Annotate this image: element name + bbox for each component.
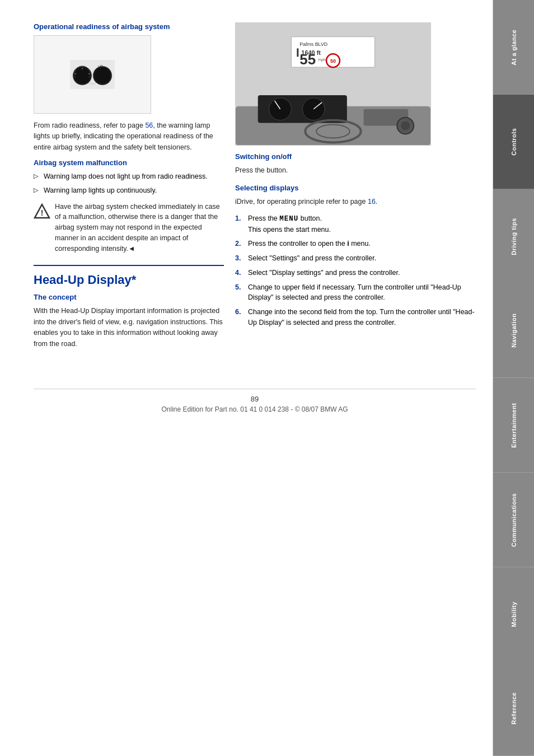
operational-readiness-text: From radio readiness, refer to page 56, … [34,120,224,153]
car-dashboard-image: Palms BLVD 1640 ft 55 mph 50 [235,22,431,146]
copyright-text: Online Edition for Part no. 01 41 0 014 … [34,405,476,413]
svg-point-36 [401,122,410,130]
step-1-text: Press the MENU button.This opens the sta… [248,213,331,235]
sidebar-tab-driving-tips[interactable]: Driving tips [493,189,534,284]
warning-text-content: Have the airbag system checked immediate… [55,202,224,254]
step-1: 1. Press the MENU button.This opens the … [235,213,476,235]
step-num-5: 5. [235,282,245,304]
step-3: 3. Select "Settings" and press the contr… [235,253,476,264]
sidebar-tab-mobility[interactable]: Mobility [493,567,534,662]
step-5-text: Change to upper field if necessary. Turn… [248,282,476,304]
warning-triangle-icon: ! [34,203,50,220]
concept-text: With the Head-Up Display important infor… [34,306,224,349]
selecting-heading: Selecting displays [235,184,476,192]
switching-text: Press the button. [235,165,476,176]
sidebar-tab-reference[interactable]: Reference [493,661,534,756]
step-4-text: Select "Display settings" and press the … [248,268,400,278]
page-number: 89 [34,395,476,403]
sidebar-tab-navigation[interactable]: Navigation [493,283,534,378]
svg-text:50: 50 [330,58,336,64]
warning-box: ! Have the airbag system checked immedia… [34,202,224,254]
malfunction-bullet-2: Warning lamp lights up continuously. [34,185,224,196]
svg-text:!: ! [41,208,44,217]
switching-heading: Switching on/off [235,152,476,161]
svg-text:55: 55 [299,52,316,67]
svg-text:Palms BLVD: Palms BLVD [299,41,328,47]
step-3-text: Select "Settings" and press the controll… [248,253,376,264]
svg-text:D: D [96,83,97,85]
sidebar-tab-at-a-glance[interactable]: At a glance [493,0,534,95]
right-sidebar: At a glance Controls Driving tips Naviga… [493,0,534,756]
malfunction-bullet-1: Warning lamp does not light up from radi… [34,171,224,182]
page-footer: 89 Online Edition for Part no. 01 41 0 0… [34,389,476,413]
airbag-malfunction-list: Warning lamp does not light up from radi… [34,171,224,196]
menu-label: MENU [279,215,298,223]
head-up-display-heading: Head-Up Display* [34,265,224,287]
svg-point-2 [74,68,90,83]
svg-rect-20 [297,48,298,57]
svg-point-29 [302,98,325,120]
step-num-3: 3. [235,253,245,264]
sidebar-tab-communications[interactable]: Communications [493,473,534,567]
svg-text:E 37582 /USA/: E 37582 /USA/ [399,139,425,143]
page-ref-16[interactable]: 16 [368,198,376,206]
selecting-intro: iDrive, for operating principle refer to… [235,197,476,207]
airbag-cluster-image: P R N D D [34,35,151,114]
step-5: 5. Change to upper field if necessary. T… [235,282,476,304]
airbag-malfunction-heading: Airbag system malfunction [34,158,224,167]
step-num-2: 2. [235,239,245,249]
sidebar-tab-controls[interactable]: Controls [493,95,534,189]
concept-heading: The concept [34,293,224,301]
step-num-4: 4. [235,268,245,278]
svg-text:P R N D: P R N D [88,83,96,85]
svg-text:mph: mph [318,58,326,62]
step-2: 2. Press the controller to open the i me… [235,239,476,249]
operational-readiness-heading: Operational readiness of airbag system [34,22,224,31]
step-6: 6. Change into the second field from the… [235,307,476,328]
step-2-text: Press the controller to open the i menu. [248,239,371,249]
step-6-text: Change into the second field from the to… [248,307,476,328]
step-4: 4. Select "Display settings" and press t… [235,268,476,278]
svg-point-12 [95,68,110,83]
sidebar-tab-entertainment[interactable]: Entertainment [493,378,534,473]
step-num-6: 6. [235,307,245,328]
selecting-steps-list: 1. Press the MENU button.This opens the … [235,213,476,328]
page-ref-56[interactable]: 56 [145,122,153,129]
step-num-1: 1. [235,213,245,235]
